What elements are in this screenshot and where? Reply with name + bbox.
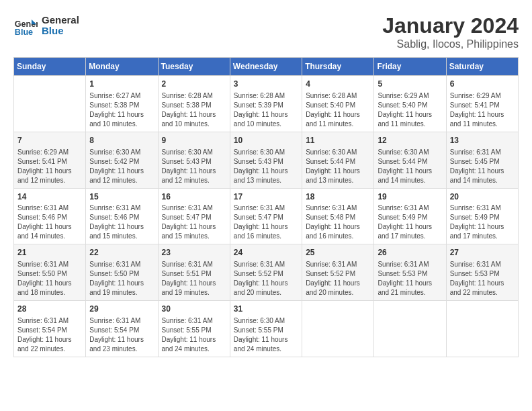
calendar-cell: 14Sunrise: 6:31 AM Sunset: 5:46 PM Dayli… [14, 188, 86, 244]
day-info: Sunrise: 6:31 AM Sunset: 5:45 PM Dayligh… [450, 148, 515, 185]
day-info: Sunrise: 6:31 AM Sunset: 5:48 PM Dayligh… [306, 203, 370, 241]
day-info: Sunrise: 6:28 AM Sunset: 5:39 PM Dayligh… [234, 91, 298, 129]
day-number: 22 [89, 247, 154, 259]
day-number: 17 [234, 191, 298, 203]
calendar-cell [14, 76, 86, 132]
logo-blue: Blue [42, 26, 79, 37]
calendar-cell: 21Sunrise: 6:31 AM Sunset: 5:50 PM Dayli… [14, 244, 86, 301]
day-info: Sunrise: 6:29 AM Sunset: 5:41 PM Dayligh… [450, 91, 515, 129]
day-info: Sunrise: 6:30 AM Sunset: 5:55 PM Dayligh… [234, 316, 298, 354]
day-number: 25 [306, 247, 370, 259]
calendar-week-row: 14Sunrise: 6:31 AM Sunset: 5:46 PM Dayli… [14, 188, 519, 244]
day-info: Sunrise: 6:29 AM Sunset: 5:41 PM Dayligh… [17, 148, 82, 185]
day-number: 4 [306, 79, 370, 90]
calendar-cell: 26Sunrise: 6:31 AM Sunset: 5:53 PM Dayli… [374, 244, 446, 301]
day-number: 7 [17, 135, 82, 146]
day-number: 2 [162, 79, 226, 90]
calendar-cell: 9Sunrise: 6:30 AM Sunset: 5:43 PM Daylig… [158, 132, 230, 188]
day-number: 9 [162, 135, 226, 146]
calendar-cell: 22Sunrise: 6:31 AM Sunset: 5:50 PM Dayli… [86, 244, 158, 301]
day-info: Sunrise: 6:30 AM Sunset: 5:42 PM Dayligh… [89, 148, 154, 185]
day-info: Sunrise: 6:30 AM Sunset: 5:43 PM Dayligh… [162, 148, 226, 185]
day-number: 29 [89, 304, 154, 315]
calendar-week-row: 21Sunrise: 6:31 AM Sunset: 5:50 PM Dayli… [14, 244, 519, 301]
day-info: Sunrise: 6:31 AM Sunset: 5:52 PM Dayligh… [306, 260, 370, 298]
day-number: 30 [162, 304, 226, 315]
day-number: 21 [17, 247, 82, 259]
day-info: Sunrise: 6:31 AM Sunset: 5:46 PM Dayligh… [89, 203, 154, 241]
day-number: 31 [234, 304, 298, 315]
calendar-cell: 5Sunrise: 6:29 AM Sunset: 5:40 PM Daylig… [374, 76, 446, 132]
day-number: 19 [378, 191, 442, 203]
svg-text:Blue: Blue [15, 28, 33, 37]
calendar-week-row: 28Sunrise: 6:31 AM Sunset: 5:54 PM Dayli… [14, 301, 519, 357]
day-number: 23 [162, 247, 226, 259]
calendar-cell: 11Sunrise: 6:30 AM Sunset: 5:44 PM Dayli… [302, 132, 374, 188]
day-number: 1 [89, 79, 154, 90]
calendar-cell: 10Sunrise: 6:30 AM Sunset: 5:43 PM Dayli… [230, 132, 302, 188]
day-info: Sunrise: 6:31 AM Sunset: 5:55 PM Dayligh… [162, 316, 226, 354]
calendar-cell: 13Sunrise: 6:31 AM Sunset: 5:45 PM Dayli… [446, 132, 518, 188]
day-info: Sunrise: 6:29 AM Sunset: 5:40 PM Dayligh… [378, 91, 442, 129]
page-subtitle: Sablig, Ilocos, Philippines [382, 38, 519, 50]
header-saturday: Saturday [446, 58, 518, 76]
calendar-cell: 19Sunrise: 6:31 AM Sunset: 5:49 PM Dayli… [374, 188, 446, 244]
day-info: Sunrise: 6:31 AM Sunset: 5:52 PM Dayligh… [234, 260, 298, 298]
day-info: Sunrise: 6:31 AM Sunset: 5:51 PM Dayligh… [162, 260, 226, 298]
calendar-cell [446, 301, 518, 357]
day-info: Sunrise: 6:27 AM Sunset: 5:38 PM Dayligh… [89, 91, 154, 129]
calendar-cell: 4Sunrise: 6:28 AM Sunset: 5:40 PM Daylig… [302, 76, 374, 132]
day-info: Sunrise: 6:31 AM Sunset: 5:47 PM Dayligh… [234, 203, 298, 241]
day-info: Sunrise: 6:31 AM Sunset: 5:54 PM Dayligh… [89, 316, 154, 354]
calendar-cell: 23Sunrise: 6:31 AM Sunset: 5:51 PM Dayli… [158, 244, 230, 301]
day-info: Sunrise: 6:30 AM Sunset: 5:44 PM Dayligh… [378, 148, 442, 185]
calendar-cell: 17Sunrise: 6:31 AM Sunset: 5:47 PM Dayli… [230, 188, 302, 244]
header-wednesday: Wednesday [230, 58, 302, 76]
header-friday: Friday [374, 58, 446, 76]
calendar-cell: 25Sunrise: 6:31 AM Sunset: 5:52 PM Dayli… [302, 244, 374, 301]
calendar-week-row: 7Sunrise: 6:29 AM Sunset: 5:41 PM Daylig… [14, 132, 519, 188]
day-info: Sunrise: 6:31 AM Sunset: 5:50 PM Dayligh… [89, 260, 154, 298]
day-number: 11 [306, 135, 370, 146]
calendar-cell: 1Sunrise: 6:27 AM Sunset: 5:38 PM Daylig… [86, 76, 158, 132]
calendar-cell: 15Sunrise: 6:31 AM Sunset: 5:46 PM Dayli… [86, 188, 158, 244]
day-number: 5 [378, 79, 442, 90]
logo-general: General [42, 15, 79, 26]
day-info: Sunrise: 6:28 AM Sunset: 5:38 PM Dayligh… [162, 91, 226, 129]
day-info: Sunrise: 6:30 AM Sunset: 5:44 PM Dayligh… [306, 148, 370, 185]
calendar-cell: 7Sunrise: 6:29 AM Sunset: 5:41 PM Daylig… [14, 132, 86, 188]
title-area: January 2024 Sablig, Ilocos, Philippines [382, 13, 519, 50]
day-info: Sunrise: 6:31 AM Sunset: 5:50 PM Dayligh… [17, 260, 82, 298]
day-info: Sunrise: 6:31 AM Sunset: 5:46 PM Dayligh… [17, 203, 82, 241]
header: General Blue General Blue January 2024 S… [13, 13, 519, 50]
day-number: 3 [234, 79, 298, 90]
calendar-cell: 12Sunrise: 6:30 AM Sunset: 5:44 PM Dayli… [374, 132, 446, 188]
day-info: Sunrise: 6:31 AM Sunset: 5:53 PM Dayligh… [450, 260, 515, 298]
day-number: 16 [162, 191, 226, 203]
day-number: 10 [234, 135, 298, 146]
calendar-cell: 31Sunrise: 6:30 AM Sunset: 5:55 PM Dayli… [230, 301, 302, 357]
day-number: 24 [234, 247, 298, 259]
logo: General Blue General Blue [13, 13, 79, 38]
day-number: 15 [89, 191, 154, 203]
calendar-cell [302, 301, 374, 357]
day-number: 20 [450, 191, 515, 203]
calendar-cell: 6Sunrise: 6:29 AM Sunset: 5:41 PM Daylig… [446, 76, 518, 132]
header-monday: Monday [86, 58, 158, 76]
calendar-cell: 27Sunrise: 6:31 AM Sunset: 5:53 PM Dayli… [446, 244, 518, 301]
day-number: 26 [378, 247, 442, 259]
day-info: Sunrise: 6:31 AM Sunset: 5:49 PM Dayligh… [378, 203, 442, 241]
day-info: Sunrise: 6:31 AM Sunset: 5:54 PM Dayligh… [17, 316, 82, 354]
day-info: Sunrise: 6:31 AM Sunset: 5:49 PM Dayligh… [450, 203, 515, 241]
calendar-cell: 30Sunrise: 6:31 AM Sunset: 5:55 PM Dayli… [158, 301, 230, 357]
day-number: 14 [17, 191, 82, 203]
calendar-cell: 20Sunrise: 6:31 AM Sunset: 5:49 PM Dayli… [446, 188, 518, 244]
day-number: 8 [89, 135, 154, 146]
calendar-cell: 18Sunrise: 6:31 AM Sunset: 5:48 PM Dayli… [302, 188, 374, 244]
day-number: 12 [378, 135, 442, 146]
calendar-cell: 2Sunrise: 6:28 AM Sunset: 5:38 PM Daylig… [158, 76, 230, 132]
day-info: Sunrise: 6:30 AM Sunset: 5:43 PM Dayligh… [234, 148, 298, 185]
header-sunday: Sunday [14, 58, 86, 76]
day-info: Sunrise: 6:28 AM Sunset: 5:40 PM Dayligh… [306, 91, 370, 129]
day-number: 6 [450, 79, 515, 90]
